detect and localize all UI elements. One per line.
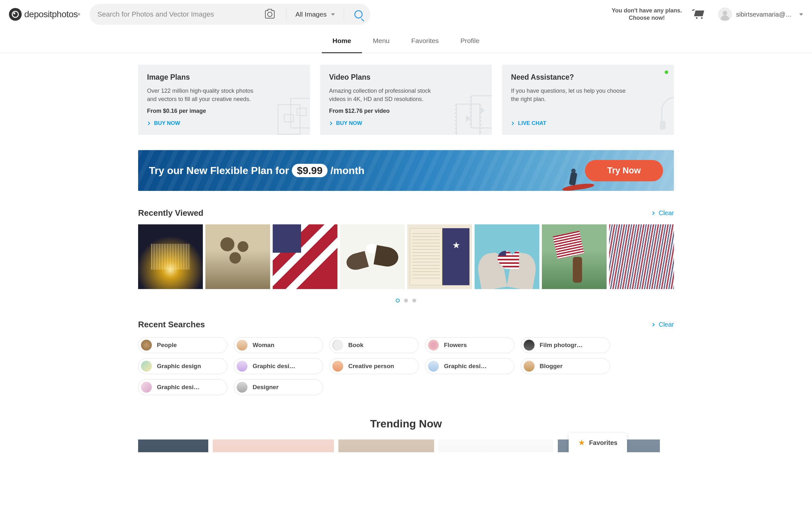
surfer-illustration <box>566 162 585 188</box>
chip-label: Graphic desi… <box>253 363 295 370</box>
try-now-button[interactable]: Try Now <box>585 160 663 181</box>
banner-text: Try our New Flexible Plan for $9.99 /mon… <box>149 165 364 177</box>
plan-cards-row: Image Plans Over 122 million high-qualit… <box>138 65 674 135</box>
nav-menu[interactable]: Menu <box>362 29 400 53</box>
header: depositphotos® All Images You don't have… <box>0 0 812 29</box>
promo-banner: Try our New Flexible Plan for $9.99 /mon… <box>138 150 674 191</box>
nav-profile[interactable]: Profile <box>450 29 491 53</box>
headset-icon <box>642 77 674 128</box>
plan-card-assistance[interactable]: Need Assistance? If you have questions, … <box>502 65 674 135</box>
chip-label: Film photogr… <box>540 342 583 349</box>
thumb-american-flag[interactable] <box>273 224 338 289</box>
recent-searches-header: Recent Searches Clear <box>138 320 674 330</box>
user-menu[interactable]: sibirtsevamaria@g… <box>718 8 803 21</box>
chip-label: Graphic desi… <box>157 384 200 391</box>
plan-desc: Amazing collection of professional stock… <box>329 87 444 103</box>
thumb-many-flags[interactable] <box>609 224 674 289</box>
chip-thumb <box>332 361 343 372</box>
thumb-declaration[interactable]: ★ <box>407 224 472 289</box>
avatar <box>718 8 732 21</box>
thumb-friends-flag[interactable] <box>205 224 270 289</box>
search-input[interactable] <box>97 10 257 18</box>
chip-thumb <box>141 361 152 372</box>
section-title: Recent Searches <box>138 320 205 330</box>
clear-recently-viewed[interactable]: Clear <box>652 209 674 217</box>
chevron-right-icon <box>651 323 655 326</box>
clear-label: Clear <box>659 321 674 328</box>
search-chip[interactable]: Graphic desi… <box>425 358 514 374</box>
search-chip[interactable]: Blogger <box>521 358 610 374</box>
search-chip[interactable]: Graphic desi… <box>234 358 323 374</box>
chevron-right-icon <box>328 121 332 125</box>
header-right: You don't have any plans. Choose now! si… <box>612 7 803 22</box>
search-chip[interactable]: Flowers <box>425 337 514 353</box>
search-icon[interactable] <box>354 10 362 18</box>
favorites-popup[interactable]: ★ Favorites <box>569 433 627 452</box>
chip-thumb <box>141 382 152 393</box>
plan-card-videos[interactable]: Video Plans Amazing collection of profes… <box>320 65 492 135</box>
trending-thumb[interactable] <box>138 439 208 452</box>
chip-thumb <box>237 340 247 350</box>
chip-thumb <box>237 382 247 393</box>
online-status-dot <box>665 71 668 74</box>
nav-favorites[interactable]: Favorites <box>400 29 450 53</box>
plan-line2: Choose now! <box>612 14 682 22</box>
plan-card-images[interactable]: Image Plans Over 122 million high-qualit… <box>138 65 310 135</box>
banner-prefix: Try our New Flexible Plan for <box>149 165 292 176</box>
plan-line1: You don't have any plans. <box>612 7 682 14</box>
camera-upload-icon[interactable] <box>265 10 275 18</box>
cta-label: LIVE CHAT <box>518 120 546 127</box>
favorites-label: Favorites <box>589 439 617 447</box>
chip-label: Designer <box>253 384 278 391</box>
banner-price: $9.99 <box>292 164 327 177</box>
clear-recent-searches[interactable]: Clear <box>652 321 674 328</box>
cart-icon[interactable] <box>693 9 705 20</box>
chevron-right-icon <box>511 121 514 125</box>
search-filter-dropdown[interactable]: All Images <box>290 10 340 18</box>
chip-label: People <box>157 342 177 349</box>
carousel-dot-2[interactable] <box>404 299 408 302</box>
main-nav: Home Menu Favorites Profile <box>0 29 812 53</box>
search-chip[interactable]: Graphic design <box>138 358 227 374</box>
cta-label: BUY NOW <box>336 120 362 127</box>
nav-home[interactable]: Home <box>322 29 362 53</box>
search-chip[interactable]: Woman <box>234 337 323 353</box>
chip-thumb <box>332 340 343 350</box>
chip-label: Graphic design <box>157 363 201 370</box>
thumb-eagle[interactable] <box>340 224 405 289</box>
search-chip[interactable]: Creative person <box>330 358 419 374</box>
chip-thumb <box>428 361 439 372</box>
chevron-right-icon <box>651 211 655 215</box>
recently-viewed-thumbs: ★ <box>138 224 674 289</box>
thumb-heart-flag[interactable] <box>474 224 539 289</box>
clear-label: Clear <box>659 209 674 217</box>
search-chip[interactable]: Graphic desi… <box>138 379 227 395</box>
search-chip[interactable]: Designer <box>234 379 323 395</box>
trending-thumb[interactable] <box>338 439 434 452</box>
cta-label: BUY NOW <box>154 120 180 127</box>
trending-thumb[interactable] <box>213 439 334 452</box>
search-chip[interactable]: People <box>138 337 227 353</box>
thumb-fireworks[interactable] <box>138 224 203 289</box>
chip-label: Woman <box>253 342 274 349</box>
chip-label: Flowers <box>444 342 467 349</box>
recently-viewed-header: Recently Viewed Clear <box>138 208 674 218</box>
chip-thumb <box>524 361 535 372</box>
search-chip[interactable]: Book <box>330 337 419 353</box>
plan-desc: Over 122 million high-quality stock phot… <box>147 87 263 103</box>
logo-text: depositphotos <box>24 9 78 19</box>
recent-searches-chips: People Woman Book Flowers Film photogr… … <box>138 337 674 395</box>
carousel-dot-3[interactable] <box>412 299 416 302</box>
logo-registered: ® <box>78 13 80 16</box>
chip-label: Blogger <box>540 363 563 370</box>
chip-thumb <box>428 340 439 350</box>
chevron-down-icon <box>331 13 335 15</box>
trending-thumb[interactable] <box>438 439 553 452</box>
search-chip[interactable]: Film photogr… <box>521 337 610 353</box>
carousel-dot-1[interactable] <box>396 299 400 302</box>
banner-suffix: /month <box>327 165 364 176</box>
logo[interactable]: depositphotos® <box>9 8 80 21</box>
thumb-hand-flag[interactable] <box>542 224 607 289</box>
plan-prompt[interactable]: You don't have any plans. Choose now! <box>612 7 682 22</box>
plan-desc: If you have questions, let us help you c… <box>511 87 626 103</box>
